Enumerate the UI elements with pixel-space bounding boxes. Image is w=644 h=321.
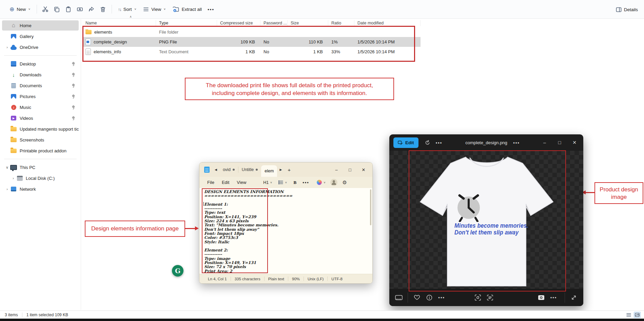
chevron-right-icon[interactable]: › [2,187,10,191]
favorite-button[interactable] [411,291,423,304]
text-actions-button[interactable] [484,291,496,304]
table-row-elements[interactable]: elementsFile folder [82,27,421,37]
close-button[interactable]: ✕ [567,140,582,145]
tab-scroll-left-icon[interactable]: ◀ [212,168,219,171]
fullscreen-button[interactable] [568,291,580,304]
column-header-compressed-size[interactable]: Compressed size [217,20,260,26]
account-avatar[interactable] [330,179,337,186]
notepad-title-bar[interactable]: ◀ ovid Untitle elem ▶ + – □ ✕ [199,163,372,177]
grammarly-badge[interactable]: G [172,265,183,277]
sidebar-item-this-pc[interactable]: ∨This PC [2,162,79,172]
sidebar-item-documents[interactable]: Documents [2,80,79,91]
zoom-level[interactable]: 90% [288,277,304,281]
file-more-options-button[interactable]: ••• [511,137,522,148]
delete-button[interactable] [97,3,109,15]
share-button[interactable] [86,3,97,15]
tab-scroll-right-icon[interactable]: ▶ [277,168,284,171]
view-button[interactable]: View ∨ [140,3,169,15]
notepad-text-line: ----------- [204,206,372,210]
file-name-cell: elements [82,30,156,35]
column-header-size[interactable]: Size [288,20,328,26]
compressed-size-cell: 109 KB [217,39,260,44]
thumbnail-view-toggle[interactable] [634,312,641,318]
bold-button[interactable]: B [290,180,300,185]
fit-to-window-button[interactable] [535,291,547,304]
edit-button[interactable]: Edit [393,137,418,148]
list-style-dropdown[interactable]: ∨ [275,180,290,185]
details-button-label: Details [624,7,638,12]
file-list: elementsFile foldercomplete_designPNG Fi… [82,27,421,57]
sidebar-item-gallery[interactable]: Gallery [2,31,79,41]
chevron-right-icon[interactable]: › [2,176,16,180]
sidebar-item-videos[interactable]: ▶Videos [2,113,79,123]
close-button[interactable]: ✕ [357,167,370,172]
minimize-button[interactable]: – [330,167,343,172]
sidebar-item-network[interactable]: ›Network [2,184,79,194]
more-options-button[interactable]: ••• [433,137,445,148]
sidebar-item-downloads[interactable]: ↓Downloads [2,70,79,80]
paste-button[interactable] [63,3,74,15]
tshirt-text-line2: Don't let them slip away [454,229,543,236]
sidebar-item-screenshots[interactable]: Screenshots [2,135,79,145]
more-actions-button[interactable]: ••• [435,291,448,304]
photos-title-bar[interactable]: Edit ••• complete_design.png ••• – □ ✕ [389,134,583,151]
column-header-ratio[interactable]: Ratio [328,20,354,26]
column-header-password[interactable]: Password ... [260,20,288,26]
pin-icon [71,73,76,77]
rotate-button[interactable] [422,137,433,148]
tab-previous-document[interactable]: ovid [219,163,238,177]
cut-button[interactable] [40,3,51,15]
sidebar-item-pictures[interactable]: Pictures [2,91,79,101]
menu-file[interactable]: File [203,180,218,185]
extract-all-button[interactable]: Extract all [169,3,205,15]
copy-button[interactable] [51,3,63,15]
table-row-elements-info[interactable]: elements_infoText Document1 KBNo1 KB33%1… [82,47,421,57]
sidebar-item-printable-product-addon[interactable]: Printable product addon [2,146,79,156]
visual-search-button[interactable] [471,291,484,304]
column-header-date-modified[interactable]: Date modified [354,20,421,26]
file-info-button[interactable] [423,291,435,304]
taskbar-edge [0,319,644,321]
zoom-more-button[interactable]: ••• [547,291,560,304]
heading-style-dropdown[interactable]: H1 ∨ [260,180,275,185]
sidebar-divider-line [81,19,81,310]
table-row-complete-design[interactable]: complete_designPNG File109 KBNo110 KB1%1… [82,37,421,47]
sidebar-item-local-disk-c[interactable]: ›Local Disk (C:) [2,173,79,183]
sidebar-item-home[interactable]: ⌂Home [2,20,79,31]
new-button[interactable]: ⊕ New ∨ [6,3,34,15]
rename-button[interactable] [74,3,86,15]
sidebar-item-label: Pictures [20,94,36,99]
tab-untitled-document[interactable]: Untitle [238,163,261,177]
notepad-text-area[interactable]: DESIGN ELEMENTS INFORMATION=============… [199,188,372,274]
copilot-icon[interactable] [317,180,322,185]
sidebar-item-music[interactable]: ♪Music [2,102,79,112]
visual-search-icon [474,294,481,301]
tab-active-elements-info[interactable]: elem [261,165,277,177]
menu-view[interactable]: View [233,180,250,185]
chevron-right-icon[interactable]: › [2,45,10,49]
filmstrip-toggle-button[interactable] [393,291,405,304]
column-header-row: NameTypeCompressed sizePassword ...SizeR… [82,19,421,27]
minimize-button[interactable]: – [537,140,552,145]
sidebar-item-label: OneDrive [20,45,38,50]
notepad-scrollbar[interactable] [370,189,371,225]
details-button[interactable]: Details [612,3,641,16]
menu-edit[interactable]: Edit [218,180,233,185]
details-view-toggle[interactable] [626,312,632,318]
more-formatting-button[interactable]: ••• [300,180,312,185]
sidebar-item-label: Local Disk (C:) [26,176,55,181]
maximize-button[interactable]: □ [552,140,567,145]
chevron-down-icon[interactable]: ∨ [2,165,10,170]
sidebar-item-desktop[interactable]: Desktop [2,59,79,69]
column-header-type[interactable]: Type [156,20,217,26]
see-more-button[interactable]: ••• [205,3,217,15]
text-caret [203,202,204,206]
new-tab-button[interactable]: + [284,167,294,173]
unsaved-dot-icon [233,169,235,171]
sidebar-item-onedrive[interactable]: ›OneDrive [2,42,79,52]
settings-gear-icon[interactable]: ⚙ [342,180,347,186]
sidebar-item-updated-mangento-support-ticket[interactable]: Updated mangento support ticket [2,124,79,134]
maximize-button[interactable]: □ [343,167,357,172]
sort-button[interactable]: ↑↓ Sort ∨ [115,3,140,15]
column-header-name[interactable]: Name [82,20,156,26]
